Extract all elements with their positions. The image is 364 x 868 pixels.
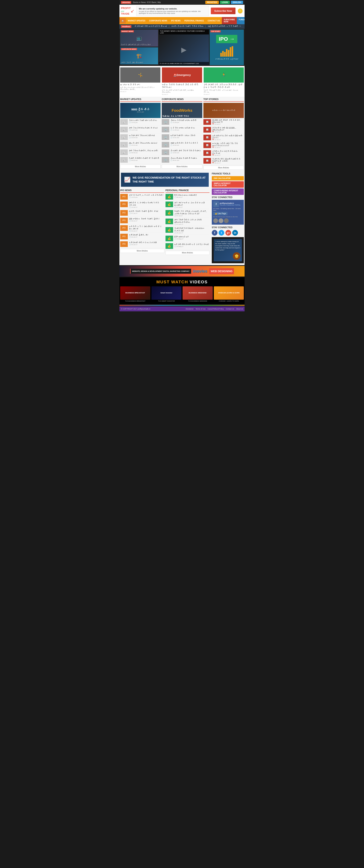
footer-cancel-refund[interactable]: Cancel Refund Policy (207, 308, 224, 310)
quote-person: 👴 (215, 252, 241, 260)
corporate-featured[interactable]: బ్యాంకుల సరకు కొత్తి కొప్ప FoodWorks (162, 103, 202, 118)
ipo-list-item[interactable]: IPO యాంబ్లెర్ ఓసా తాఖిల బ్లాట్ గ్రీన్ సి… (120, 202, 164, 209)
top-story-item[interactable]: 📊 గుర్తు ట్రేడు పిలి అయినా 250 అంతిం పెర… (203, 135, 244, 142)
footer-terms[interactable]: Terms of Use (195, 308, 205, 310)
footer-about-us[interactable]: About Us (236, 308, 243, 310)
ticker-label: Headlines (121, 25, 131, 28)
nav-right: SUBSCRIBE NOW FUNDAMENTAL TECHNICAL (222, 17, 245, 24)
pf-list-item[interactable]: 💰 ప్యాన్ కేర్ భావ్య వదులుతా...ఫేసుకో, ఎం… (166, 210, 210, 218)
pf-more-btn[interactable]: More Articles (166, 251, 210, 255)
ipo-list-item[interactable]: IPO జతీపూగులో తాడిగా నరు సదాపాయి 🕐 04.Ju… (120, 241, 164, 248)
ipo-news-header: IPO NEWS (120, 189, 164, 193)
top-stories-more-btn[interactable]: More Articles (203, 166, 244, 170)
ticker-text: Stocks in News: ICICI Bank | Wip (133, 1, 161, 3)
pf-list-item[interactable]: 💰 ఇండిపాటి తేల్పారాలో ఇది పరిష్కరించు!! … (166, 243, 210, 250)
pf-list-item[interactable]: 💰 STP అంటారు? ఏం? 🕐 24.May.17 (166, 236, 210, 242)
article-card-2[interactable]: 🚨Emergency అఖిల స్టేట్ బ్యాంకుకి మెడికల్… (162, 67, 202, 95)
article-card-3[interactable]: 🏃 ఫార్మాసూటికల్ సంస్థలు మొచ్చిలి - 6 లో … (204, 67, 244, 95)
market-list-item[interactable]: 📰 ఆసియా మార్కెట్లు ఉపయోగాలు! 🕐 10:34 am (120, 134, 161, 141)
article-title-1: ఈ బారం ఇవి చేద్దాం ! (120, 83, 160, 86)
top-stories-items-list: 📊 10,200 పంచో తేట్లో కాజి బ్రీఫింగ్, యేట… (203, 119, 244, 165)
register-button[interactable]: REGISTER (205, 1, 219, 4)
fb-like-btn[interactable]: 👍 Like Page (213, 212, 227, 215)
video-placeholder[interactable]: ⏱ 373.49 0.31 AMBUJACEM 251 2.29 ASIANPA… (159, 34, 209, 65)
ipo-list-item[interactable]: IPO జతీపూగులో ఫైమేన్.. టీ! 🕐 04.Jul.17 (120, 234, 164, 240)
pf-list-item[interactable]: 💰 ముక్కూళగా అర్థ ఫలం విదేశం ఏమి ఉపయోగం? … (166, 202, 210, 209)
corporate-news-header: CORPORATE NEWS (162, 98, 202, 102)
logo[interactable]: PROFIT your TRADE ↙ (121, 7, 134, 15)
facebook-icon[interactable]: f (212, 230, 218, 236)
ipo-list-item[interactable]: IPO ఉడాన్ స్టార్ బ్యాంక్ ఫైనింగ్ రేటు! 🕐… (120, 210, 164, 217)
pf-list-item[interactable]: 💰 స్మార్ట్లో ప్రీమియర్ రాయలూపురం నివాసి … (166, 227, 210, 235)
video-thumb-2: Smart Investor (151, 286, 181, 300)
ipo-card[interactable]: TOP STORY IPO → రారాయి అందు లౌ లేటి ఏదైన… (210, 30, 244, 65)
corporate-featured-text: బ్యాంకుల సరకు కొత్తి కొప్ప (163, 115, 201, 117)
twitter-icon[interactable]: t (219, 230, 224, 236)
top-story-item[interactable]: 📊 అనుకూల కంపెని మార్కెట్ కోచ్ అందుకొచ్చు… (203, 143, 244, 149)
english-button[interactable]: ENGLISH (231, 1, 243, 4)
market-more-btn[interactable]: More Articles (120, 164, 161, 168)
video-card-4[interactable]: VIVEKAM LEARN to EARN VIVEKAM : LEARN TO… (214, 286, 244, 302)
coin-icon: 🪙 (237, 8, 243, 13)
emi-calculator-btn[interactable]: EMI CALCULATOR (212, 176, 244, 181)
hero-card-bottom[interactable]: CORPORATE NEWS 🏗️ బాంకింగ్ స్టాక్ మూడు త… (120, 48, 158, 64)
video-card-3[interactable]: BUSINESS WEEKEND TVS BUSINESS WEEKEND (183, 286, 213, 302)
progress-bar (119, 305, 245, 306)
hero-center: TVS MONEY NEWS 1 BUSINESS YOUTUBE CHANNE… (159, 30, 209, 65)
header: PROFIT your TRADE ↙ We are currently upd… (119, 5, 245, 17)
login-button[interactable]: LOGIN (220, 1, 230, 4)
nav-home[interactable]: 🏠 (119, 18, 126, 24)
footer-disclaimer[interactable]: Disclaimer (186, 308, 194, 310)
fb-box: f profityourtrade.in TELUGU FINANCIAL PO… (212, 200, 244, 225)
corporate-more-btn[interactable]: More Articles (162, 164, 202, 168)
article-card-1[interactable]: 🤸 ఈ బారం ఇవి చేద్దాం ! ఆదివారం చదువరులు … (120, 67, 160, 95)
corporate-list-item[interactable]: 🏢 ఇండియా బ్యాంకింగ్ బాటల పిల్లి 🕐 10:41 … (162, 134, 202, 141)
pf-list-item[interactable]: 💰 టోజినాటుకు అందు రాయాలంటే!! 🕐 08.Jul.17 (166, 194, 210, 200)
ipo-list-item[interactable]: IPO ఆర్బీని ఒక్క ఫుండు మేటల్ ఆర్థిక మిగప… (120, 225, 164, 233)
nav-corporate-news[interactable]: CORPORATE NEWS (147, 18, 169, 23)
ipo-more-btn[interactable]: More Articles (120, 249, 164, 253)
video-card-1[interactable]: BUSINESS BREAKFAST TVS BUSINESS BREAKFAS… (120, 286, 150, 302)
subscribe-now-button[interactable]: Subscribe Now (211, 7, 235, 14)
market-list-item[interactable]: 📰 స్టాకు మార్కెటులో యాగా పడ్డారు 🕐 12:42… (120, 119, 161, 126)
corporate-list-item[interactable]: 🏢 వెలుగు తీచూపు స్ఫూర్తి బ్యాంకు 🕐 08:41… (162, 157, 202, 164)
google-plus-icon[interactable]: g+ (225, 230, 231, 236)
top-story-item[interactable]: 📊 10,200 పంచో తేట్లో కాజి బ్రీఫింగ్, యేట… (203, 119, 244, 126)
corporate-list-item[interactable]: 🏢 సింటారు స్పీడులో లాభాల ఉత్తి 🕐 12:28 p… (162, 119, 202, 126)
pf-list-item[interactable]: 💰 మార్కెట్లో పెంచిన పర్వం పట్టి మాట్లాడు… (166, 219, 210, 226)
nav-fundamental[interactable]: FUNDAMENTAL (237, 17, 245, 24)
ad-logo: inovies (193, 269, 207, 274)
market-list-item[interactable]: 📰 మార్కెటు విజేతలు బ్యాంకర్ లేదు! 🕐 11:0… (120, 127, 161, 133)
corporate-list-item[interactable]: 🏢 భూయా ఇంజినీరింగ్ పెరిగిన టిక్కె 🕐 10:2… (162, 142, 202, 149)
market-list-item[interactable]: 📰 మార్కెట్లు బ్యాంకింగ్, రెండు అవంతి! 🕐 … (120, 149, 161, 156)
hero-video[interactable]: TVS MONEY NEWS 1 BUSINESS YOUTUBE CHANNE… (159, 30, 209, 65)
ipo-list-item[interactable]: IPO 106 రాష్ట్ర స్టార్ బ్యాంక్ ఫైలింగ్! … (120, 218, 164, 224)
video-card-2[interactable]: Smart Investor TVS SMART INVESTOR (151, 286, 181, 302)
ad-banner[interactable]: WEBSITE, DESIGN & DEVELOPMENT DIGITAL MA… (119, 266, 245, 277)
corporate-list-item[interactable]: 🏢 విజయాన్ మార్కెట్ లో నిల్వి బ్యాంకు 🕐 1… (162, 149, 202, 156)
videos-grid: BUSINESS BREAKFAST TVS BUSINESS BREAKFAS… (120, 286, 244, 302)
top-stories-featured[interactable]: అమ్మగ దగతాదా నుండు తస్తా (203, 103, 244, 118)
corporate-list-item[interactable]: 🏢 ఓరెకిల్ లాభాల ఇండియా వేరు 🕐 11:46 am (162, 127, 202, 133)
market-list-item[interactable]: 📰 బ్యాంక్ లిమిటింగ్-బ్యాంక్ లో స్ఫూర్తి … (120, 157, 161, 164)
top-story-item[interactable]: 📊 రాష్ట్రప్రభు 2 డ్రిలియను డాలర్లు! 📅 10… (203, 150, 244, 157)
market-list-item[interactable]: 📰 యూఎస్ మార్కెట్లు లాభాల ముసుగు! 🕐 10:12… (120, 142, 161, 149)
nav-ipo-news[interactable]: IPO NEWS (169, 18, 183, 23)
footer-contact-us[interactable]: Contact Us (226, 308, 234, 310)
nav-market-updates[interactable]: MARKET UPDATES (126, 18, 147, 23)
nav-contact-us[interactable]: CONTACT US (206, 18, 222, 23)
ticker-separator-1: | (169, 25, 169, 28)
simple-interest-btn[interactable]: SIMPLE INTEREST CALCULATOR (212, 181, 244, 188)
top-story-item[interactable]: 📊 స్మార్ట్ ఫోన్ 15అంతిం బ్యాలెన్స్ ఫ్యాక… (203, 158, 244, 165)
nav-subscribe-now[interactable]: SUBSCRIBE NOW (222, 17, 237, 24)
ipo-list-item[interactable]: IPO పారేసి బ్లాకో, ఒకేసరి గణి రెన్నిండీ!… (120, 194, 164, 200)
compound-interest-btn[interactable]: COMPOUNDING INTEREST CALCULATOR (212, 188, 244, 195)
avatar-3 (224, 218, 229, 223)
hero-card-top[interactable]: MARKET NEWS 📺 స్టాక్స్ మూస్తా స్టేషన్ రి… (120, 30, 158, 46)
top-story-item[interactable]: 📊 పేపిటళ్ళ నాటి 50 10,500... మాట్లాడుతావ… (203, 127, 244, 134)
market-featured[interactable]: 9900 పైన చేస 02:11 pm (120, 103, 161, 118)
linkedin-icon[interactable]: in (232, 230, 238, 236)
must-watch-section: MUST WATCH VIDEOS BUSINESS BREAKFAST TVS… (119, 277, 245, 304)
nav-personal-finance[interactable]: PERSONAL FINANCE (183, 18, 206, 23)
video-thumb-3: BUSINESS WEEKEND (183, 286, 213, 300)
